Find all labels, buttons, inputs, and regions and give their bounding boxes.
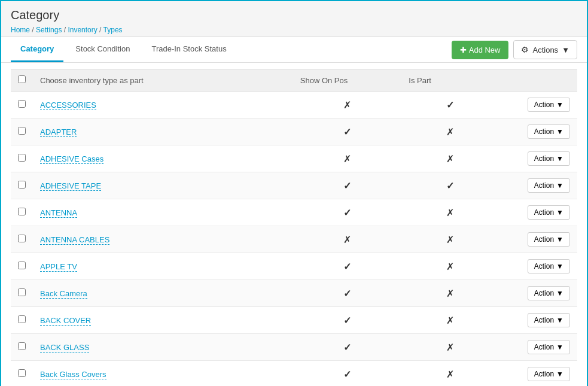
breadcrumb-home[interactable]: Home xyxy=(11,26,30,34)
action-button[interactable]: Action ▼ xyxy=(528,286,570,300)
tab-category[interactable]: Category xyxy=(11,37,63,62)
category-link[interactable]: Back Camera xyxy=(40,289,87,299)
action-button[interactable]: Action ▼ xyxy=(528,232,570,247)
row-checkbox[interactable] xyxy=(18,181,26,189)
x-icon: ✗ xyxy=(446,127,454,137)
action-dropdown-icon: ▼ xyxy=(556,101,563,109)
category-link[interactable]: ACCESSORIES xyxy=(40,101,96,110)
is-part-cell: ✗ xyxy=(401,334,499,361)
tabs-right: ✚ Add New ⚙ Actions ▼ xyxy=(452,40,577,59)
category-link[interactable]: BACK COVER xyxy=(40,316,91,326)
checkmark-icon: ✓ xyxy=(343,181,351,191)
tabs-bar: Category Stock Condition Trade-In Stock … xyxy=(1,37,587,63)
category-link[interactable]: BACK GLASS xyxy=(40,343,89,352)
action-button[interactable]: Action ▼ xyxy=(528,313,570,327)
action-dropdown-icon: ▼ xyxy=(556,208,563,217)
checkmark-icon: ✓ xyxy=(343,127,351,137)
category-link[interactable]: ANTENNA CABLES xyxy=(40,235,109,245)
tab-stock-condition[interactable]: Stock Condition xyxy=(66,37,139,62)
select-all-checkbox[interactable] xyxy=(18,75,26,83)
header-name: Choose inventory type as part xyxy=(33,69,293,92)
is-part-cell: ✗ xyxy=(401,226,499,253)
action-cell: Action ▼ xyxy=(499,199,577,226)
is-part-cell: ✓ xyxy=(401,92,499,118)
row-checkbox[interactable] xyxy=(18,208,26,215)
row-checkbox[interactable] xyxy=(18,315,26,323)
plus-icon: ✚ xyxy=(460,45,467,54)
category-link[interactable]: ADHESIVE Cases xyxy=(40,154,103,164)
header-is-part: Is Part xyxy=(401,69,499,92)
action-dropdown-icon: ▼ xyxy=(556,343,563,351)
action-label: Action xyxy=(534,343,554,351)
action-label: Action xyxy=(534,370,554,378)
x-icon: ✗ xyxy=(343,235,351,245)
x-icon: ✗ xyxy=(446,262,454,272)
header-show-on-pos: Show On Pos xyxy=(293,69,402,92)
action-button[interactable]: Action ▼ xyxy=(528,178,570,193)
is-part-cell: ✗ xyxy=(401,118,499,145)
row-checkbox[interactable] xyxy=(18,100,26,108)
show-on-pos-cell: ✓ xyxy=(293,118,402,145)
checkmark-icon: ✓ xyxy=(343,288,351,299)
action-dropdown-icon: ▼ xyxy=(556,127,563,136)
action-cell: Action ▼ xyxy=(499,253,577,280)
action-button[interactable]: Action ▼ xyxy=(528,205,570,220)
action-button[interactable]: Action ▼ xyxy=(528,367,570,381)
show-on-pos-cell: ✗ xyxy=(293,92,402,118)
row-checkbox[interactable] xyxy=(18,127,26,135)
table-header-row: Choose inventory type as part Show On Po… xyxy=(11,69,577,92)
breadcrumb-settings[interactable]: Settings xyxy=(36,26,62,34)
show-on-pos-cell: ✓ xyxy=(293,199,402,226)
table-row: ANTENNA✓✗ Action ▼ xyxy=(11,199,577,226)
table-row: ADHESIVE Cases✗✗ Action ▼ xyxy=(11,145,577,172)
x-icon: ✗ xyxy=(446,154,454,164)
x-icon: ✗ xyxy=(446,315,454,326)
action-button[interactable]: Action ▼ xyxy=(528,340,570,354)
action-button[interactable]: Action ▼ xyxy=(528,98,570,112)
x-icon: ✗ xyxy=(446,288,454,299)
category-link[interactable]: APPLE TV xyxy=(40,262,77,272)
row-checkbox[interactable] xyxy=(18,235,26,242)
action-dropdown-icon: ▼ xyxy=(556,316,563,324)
show-on-pos-cell: ✓ xyxy=(293,253,402,280)
tab-trade-in-stock-status[interactable]: Trade-In Stock Status xyxy=(142,37,236,62)
row-checkbox[interactable] xyxy=(18,262,26,269)
table-row: APPLE TV✓✗ Action ▼ xyxy=(11,253,577,280)
action-button[interactable]: Action ▼ xyxy=(528,151,570,166)
page-title: Category xyxy=(11,8,577,22)
x-icon: ✗ xyxy=(446,235,454,245)
table-row: Back Camera✓✗ Action ▼ xyxy=(11,280,577,307)
category-link[interactable]: ADHESIVE TAPE xyxy=(40,181,101,191)
breadcrumb-types[interactable]: Types xyxy=(103,26,123,34)
category-link[interactable]: ADAPTER xyxy=(40,127,77,137)
is-part-cell: ✗ xyxy=(401,199,499,226)
breadcrumb-inventory[interactable]: Inventory xyxy=(68,26,97,34)
table-row: ANTENNA CABLES✗✗ Action ▼ xyxy=(11,226,577,253)
row-checkbox[interactable] xyxy=(18,369,26,377)
category-link[interactable]: Back Glass Covers xyxy=(40,370,106,379)
checkmark-icon: ✓ xyxy=(446,100,454,110)
action-label: Action xyxy=(534,316,554,324)
is-part-cell: ✗ xyxy=(401,253,499,280)
action-label: Action xyxy=(534,208,554,217)
add-new-button[interactable]: ✚ Add New xyxy=(452,41,509,59)
checkmark-icon: ✓ xyxy=(446,181,454,191)
x-icon: ✗ xyxy=(446,369,454,379)
action-label: Action xyxy=(534,127,554,136)
action-dropdown-icon: ▼ xyxy=(556,154,563,163)
action-button[interactable]: Action ▼ xyxy=(528,259,570,273)
actions-button[interactable]: ⚙ Actions ▼ xyxy=(513,40,577,59)
action-button[interactable]: Action ▼ xyxy=(528,124,570,139)
action-dropdown-icon: ▼ xyxy=(556,370,563,378)
row-checkbox[interactable] xyxy=(18,154,26,162)
row-checkbox[interactable] xyxy=(18,342,26,350)
show-on-pos-cell: ✗ xyxy=(293,226,402,253)
show-on-pos-cell: ✓ xyxy=(293,361,402,387)
table-row: BACK GLASS✓✗ Action ▼ xyxy=(11,334,577,361)
dropdown-arrow-icon: ▼ xyxy=(562,45,569,54)
action-dropdown-icon: ▼ xyxy=(556,235,563,244)
row-checkbox[interactable] xyxy=(18,288,26,296)
table-wrapper: Choose inventory type as part Show On Po… xyxy=(1,63,587,386)
checkmark-icon: ✓ xyxy=(343,342,351,352)
category-link[interactable]: ANTENNA xyxy=(40,208,77,218)
